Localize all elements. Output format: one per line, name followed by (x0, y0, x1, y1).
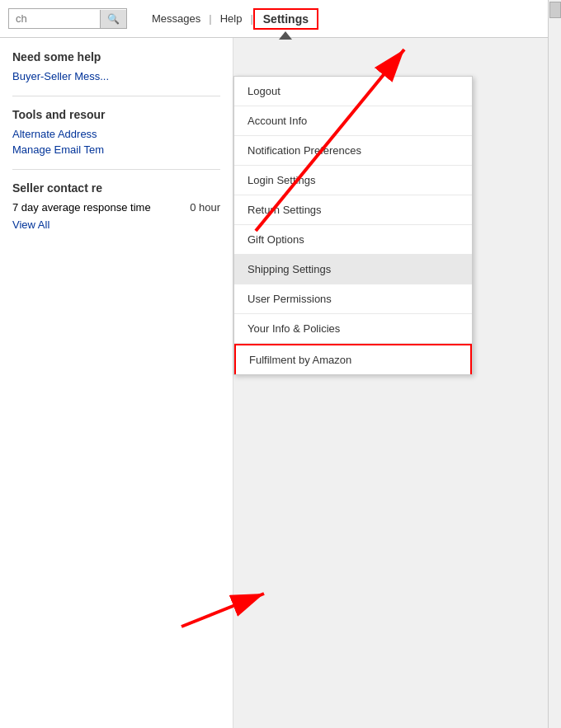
top-nav: 🔍 Messages | Help | Settings (0, 0, 561, 38)
divider-2 (12, 169, 220, 170)
manage-email-link[interactable]: Manage Email Tem (12, 143, 220, 156)
dropdown-item-2[interactable]: Notification Preferences (234, 136, 472, 166)
scrollbar-thumb[interactable] (549, 2, 561, 18)
alternate-address-link[interactable]: Alternate Address (12, 128, 220, 140)
tools-title: Tools and resour (12, 108, 220, 121)
dropdown-item-9[interactable]: Fulfilment by Amazon (234, 344, 472, 374)
dropdown-item-8[interactable]: Your Info & Policies (234, 314, 472, 344)
dropdown-item-5[interactable]: Gift Options (234, 225, 472, 255)
scrollbar[interactable] (548, 0, 561, 728)
response-value: 0 hour (190, 201, 220, 214)
dropdown-item-3[interactable]: Login Settings (234, 166, 472, 195)
dropdown-item-4[interactable]: Return Settings (234, 195, 472, 225)
view-all-link[interactable]: View All (12, 218, 220, 231)
contact-title: Seller contact re (12, 181, 220, 195)
settings-button[interactable]: Settings (253, 8, 318, 30)
buyer-seller-link[interactable]: Buyer-Seller Mess... (12, 70, 220, 82)
dropdown-item-1[interactable]: Account Info (234, 106, 472, 136)
dropdown-item-0[interactable]: Logout (234, 77, 472, 106)
divider-1 (12, 96, 220, 96)
dropdown-item-6[interactable]: Shipping Settings (234, 255, 472, 284)
help-title: Need some help (12, 50, 220, 63)
main-content: Need some help Buyer-Seller Mess... Tool… (0, 38, 561, 728)
help-section: Need some help Buyer-Seller Mess... (12, 50, 220, 82)
tools-section: Tools and resour Alternate Address Manag… (12, 108, 220, 156)
help-link[interactable]: Help (212, 9, 251, 28)
settings-dropdown: LogoutAccount InfoNotification Preferenc… (233, 76, 473, 375)
response-row: 7 day average response time 0 hour (12, 201, 220, 214)
messages-link[interactable]: Messages (144, 9, 209, 28)
search-area: 🔍 (8, 8, 127, 29)
left-panel: Need some help Buyer-Seller Mess... Tool… (0, 38, 233, 728)
search-button[interactable]: 🔍 (100, 10, 126, 28)
search-input[interactable] (9, 9, 100, 28)
nav-links: Messages | Help | Settings (144, 8, 318, 30)
response-label: 7 day average response time (12, 201, 151, 214)
dropdown-item-7[interactable]: User Permissions (234, 284, 472, 314)
contact-section: Seller contact re 7 day average response… (12, 181, 220, 231)
